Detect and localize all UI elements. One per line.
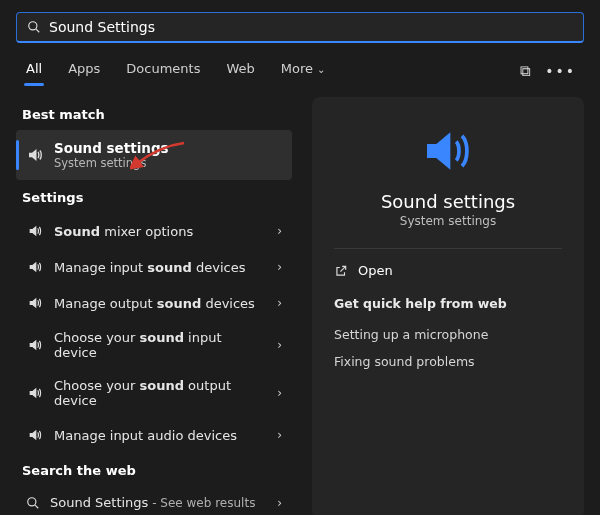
search-web-header: Search the web bbox=[16, 453, 292, 486]
settings-item[interactable]: Sound mixer options› bbox=[16, 213, 292, 249]
settings-item[interactable]: Choose your sound output device› bbox=[16, 369, 292, 417]
chevron-right-icon: › bbox=[277, 496, 282, 510]
help-link[interactable]: Fixing sound problems bbox=[334, 348, 562, 375]
tab-web[interactable]: Web bbox=[224, 55, 256, 86]
help-link[interactable]: Setting up a microphone bbox=[334, 321, 562, 348]
settings-item-label: Manage output sound devices bbox=[54, 296, 267, 311]
svg-line-1 bbox=[36, 29, 39, 32]
open-action[interactable]: Open bbox=[334, 263, 562, 278]
tab-apps[interactable]: Apps bbox=[66, 55, 102, 86]
settings-item-label: Manage input audio devices bbox=[54, 428, 267, 443]
search-box[interactable] bbox=[16, 12, 584, 43]
chevron-right-icon: › bbox=[277, 296, 282, 310]
chevron-right-icon: › bbox=[277, 338, 282, 352]
chevron-right-icon: › bbox=[277, 386, 282, 400]
chevron-right-icon: › bbox=[277, 428, 282, 442]
devices-icon[interactable]: ⧉ bbox=[520, 62, 531, 80]
best-match-header: Best match bbox=[16, 97, 292, 130]
settings-item-label: Choose your sound input device bbox=[54, 330, 267, 360]
tab-more[interactable]: More⌄ bbox=[279, 55, 328, 86]
settings-item-label: Sound mixer options bbox=[54, 224, 267, 239]
sound-icon bbox=[26, 222, 44, 240]
settings-item[interactable]: Manage input audio devices› bbox=[16, 417, 292, 453]
sound-icon bbox=[26, 294, 44, 312]
best-match-item[interactable]: Sound settings System settings bbox=[16, 130, 292, 180]
settings-item-label: Choose your sound output device bbox=[54, 378, 267, 408]
svg-point-2 bbox=[28, 497, 36, 505]
help-header: Get quick help from web bbox=[334, 296, 562, 311]
open-label: Open bbox=[358, 263, 393, 278]
settings-item[interactable]: Choose your sound input device› bbox=[16, 321, 292, 369]
svg-line-3 bbox=[35, 505, 38, 508]
detail-title: Sound settings bbox=[334, 191, 562, 212]
search-input[interactable] bbox=[49, 19, 573, 35]
divider bbox=[334, 248, 562, 249]
more-icon[interactable]: ••• bbox=[545, 63, 576, 79]
best-match-title: Sound settings bbox=[54, 140, 169, 156]
search-icon bbox=[26, 496, 40, 510]
results-pane: Best match Sound settings System setting… bbox=[16, 97, 292, 515]
sound-icon bbox=[26, 258, 44, 276]
sound-icon-large bbox=[334, 115, 562, 191]
web-result-label: Sound Settings - See web results bbox=[50, 495, 267, 510]
detail-pane: Sound settings System settings Open Get … bbox=[312, 97, 584, 515]
web-result-item[interactable]: Sound Settings - See web results › bbox=[16, 486, 292, 515]
chevron-right-icon: › bbox=[277, 260, 282, 274]
tab-documents[interactable]: Documents bbox=[124, 55, 202, 86]
settings-header: Settings bbox=[16, 180, 292, 213]
settings-item[interactable]: Manage output sound devices› bbox=[16, 285, 292, 321]
tab-all[interactable]: All bbox=[24, 55, 44, 86]
search-icon bbox=[27, 20, 41, 34]
best-match-subtitle: System settings bbox=[54, 156, 169, 170]
detail-subtitle: System settings bbox=[334, 214, 562, 228]
settings-item-label: Manage input sound devices bbox=[54, 260, 267, 275]
settings-item[interactable]: Manage input sound devices› bbox=[16, 249, 292, 285]
sound-icon bbox=[26, 336, 44, 354]
sound-icon bbox=[26, 426, 44, 444]
svg-point-0 bbox=[29, 22, 37, 30]
chevron-right-icon: › bbox=[277, 224, 282, 238]
chevron-down-icon: ⌄ bbox=[317, 64, 325, 75]
filter-tabs: All Apps Documents Web More⌄ ⧉ ••• bbox=[0, 51, 600, 87]
sound-icon bbox=[26, 384, 44, 402]
sound-icon bbox=[26, 146, 44, 164]
open-icon bbox=[334, 264, 348, 278]
